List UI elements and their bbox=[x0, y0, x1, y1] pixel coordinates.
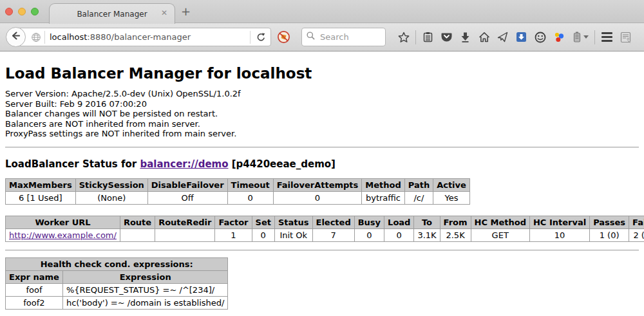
flash-block-icon[interactable] bbox=[277, 30, 290, 44]
col-passes: Passes bbox=[590, 216, 629, 228]
cell-maxmembers: 6 [1 Used] bbox=[6, 191, 76, 204]
extension-dots-icon[interactable] bbox=[551, 29, 567, 46]
cell-worker-url: http://www.example.com/ bbox=[6, 228, 120, 241]
table-title-row: Health check cond. expressions: bbox=[6, 257, 228, 270]
cell-route bbox=[120, 228, 155, 241]
col-active: Active bbox=[433, 178, 470, 191]
cell-busy: 0 bbox=[354, 228, 384, 241]
page-content: Load Balancer Manager for localhost Serv… bbox=[0, 51, 644, 316]
toolbar-divider bbox=[594, 30, 595, 44]
col-busy: Busy bbox=[354, 216, 384, 228]
col-hc-interval: HC Interval bbox=[529, 216, 589, 228]
cell-stickysession: (None) bbox=[75, 191, 147, 204]
url-bar[interactable]: localhost:8880/balancer-manager bbox=[15, 28, 271, 46]
close-window-button[interactable] bbox=[5, 8, 13, 15]
back-button[interactable] bbox=[6, 27, 26, 47]
globe-icon bbox=[31, 32, 41, 42]
cell-set: 0 bbox=[252, 228, 274, 241]
zoom-window-button[interactable] bbox=[31, 8, 39, 15]
col-to: To bbox=[414, 216, 440, 228]
cell-fails: 2 (0) bbox=[629, 228, 644, 241]
cell-path: /c/ bbox=[404, 191, 433, 204]
url-text[interactable]: localhost:8880/balancer-manager bbox=[45, 32, 250, 42]
heading-prefix: LoadBalancer Status for bbox=[5, 158, 140, 170]
feedback-smiley-icon[interactable] bbox=[532, 29, 549, 46]
table-row: 6 [1 Used] (None) Off 0 0 bytraffic /c/ … bbox=[6, 191, 470, 204]
table-header-row: Expr name Expression bbox=[6, 270, 228, 283]
cell-elected: 7 bbox=[312, 228, 354, 241]
health-check-table: Health check cond. expressions: Expr nam… bbox=[5, 257, 228, 310]
menu-icon[interactable] bbox=[599, 29, 616, 46]
toolbar-buttons bbox=[394, 29, 635, 46]
reload-button[interactable] bbox=[250, 31, 270, 44]
navigation-toolbar: localhost:8880/balancer-manager bbox=[0, 23, 644, 51]
search-input[interactable] bbox=[319, 32, 377, 42]
bookmark-star-icon[interactable] bbox=[395, 29, 412, 46]
cell-expr-name: foof bbox=[6, 283, 63, 296]
save-box-icon[interactable] bbox=[513, 29, 530, 46]
table-row: foof2 hc('body') =~ /domain is establish… bbox=[6, 296, 228, 309]
cell-routeredir bbox=[155, 228, 215, 241]
server-version-line: Server Version: Apache/2.5.0-dev (Unix) … bbox=[0, 89, 644, 99]
url-path: :8880/balancer-manager bbox=[87, 32, 191, 42]
col-set: Set bbox=[252, 216, 274, 228]
col-expression: Expression bbox=[62, 270, 228, 283]
cell-load: 0 bbox=[384, 228, 414, 241]
col-path: Path bbox=[404, 178, 433, 191]
search-box[interactable] bbox=[301, 28, 386, 46]
downloads-icon[interactable] bbox=[457, 29, 474, 46]
col-maxmembers: MaxMembers bbox=[6, 178, 76, 191]
col-failoverattempts: FailoverAttempts bbox=[273, 178, 362, 191]
worker-table: Worker URL Route RouteRedir Factor Set S… bbox=[5, 216, 644, 242]
col-hc-method: HC Method bbox=[471, 216, 529, 228]
balancer-demo-link[interactable]: balancer://demo bbox=[140, 158, 228, 170]
cell-method: bytraffic bbox=[362, 191, 404, 204]
table-row: foof %{REQUEST_STATUS} =~ /^[234]/ bbox=[6, 283, 228, 296]
cell-factor: 1 bbox=[215, 228, 252, 241]
cell-to: 3.1K bbox=[414, 228, 440, 241]
back-icon bbox=[10, 30, 21, 44]
pocket-icon[interactable] bbox=[439, 29, 455, 46]
col-expr-name: Expr name bbox=[6, 270, 63, 283]
battery-icon[interactable] bbox=[569, 29, 591, 46]
cell-expression: hc('body') =~ /domain is established/ bbox=[62, 296, 228, 309]
server-built-line: Server Built: Feb 9 2016 07:00:20 bbox=[0, 99, 644, 109]
minimize-window-button[interactable] bbox=[18, 8, 26, 15]
col-status: Status bbox=[274, 216, 312, 228]
proxypass-inherit-note: ProxyPass settings are NOT inherited fro… bbox=[0, 129, 644, 139]
worker-url-link[interactable]: http://www.example.com/ bbox=[9, 230, 117, 240]
col-elected: Elected bbox=[312, 216, 354, 228]
col-worker-url: Worker URL bbox=[6, 216, 120, 228]
table-header-row: Worker URL Route RouteRedir Factor Set S… bbox=[6, 216, 644, 228]
cell-expression: %{REQUEST_STATUS} =~ /^[234]/ bbox=[62, 283, 228, 296]
divider-rule bbox=[5, 250, 639, 251]
cell-active: Yes bbox=[433, 191, 470, 204]
col-factor: Factor bbox=[215, 216, 252, 228]
balancer-persist-note: Balancer changes will NOT be persisted o… bbox=[0, 109, 644, 119]
chevron-down-icon bbox=[583, 35, 589, 39]
reading-list-icon[interactable] bbox=[420, 29, 437, 46]
balancer-status-heading: LoadBalancer Status for balancer://demo … bbox=[0, 148, 644, 178]
window-controls bbox=[5, 8, 39, 15]
cell-failoverattempts: 0 bbox=[273, 191, 362, 204]
col-route: Route bbox=[120, 216, 155, 228]
home-icon[interactable] bbox=[476, 29, 493, 46]
new-tab-button[interactable]: + bbox=[181, 5, 191, 18]
url-host: localhost bbox=[50, 32, 87, 42]
cell-expr-name: foof2 bbox=[6, 296, 63, 309]
send-tab-icon[interactable] bbox=[495, 29, 511, 46]
col-disablefailover: DisableFailover bbox=[147, 178, 227, 191]
tab-bar: Balancer Manager ✕ + bbox=[0, 0, 644, 23]
table-row: http://www.example.com/ 1 0 Init Ok 7 0 … bbox=[6, 228, 644, 241]
health-check-title: Health check cond. expressions: bbox=[6, 257, 228, 270]
heading-suffix: [p4420eeae_demo] bbox=[229, 158, 336, 170]
tab-close-icon[interactable]: ✕ bbox=[161, 9, 167, 17]
col-routeredir: RouteRedir bbox=[155, 216, 215, 228]
pages-icon[interactable] bbox=[618, 29, 634, 46]
cell-from: 2.5K bbox=[440, 228, 471, 241]
balancer-inherit-note: Balancers are NOT inherited from main se… bbox=[0, 119, 644, 129]
cell-hc-method: GET bbox=[471, 228, 529, 241]
cell-disablefailover: Off bbox=[147, 191, 227, 204]
tab-balancer-manager[interactable]: Balancer Manager ✕ bbox=[49, 3, 175, 24]
toolbar-divider bbox=[415, 30, 416, 44]
